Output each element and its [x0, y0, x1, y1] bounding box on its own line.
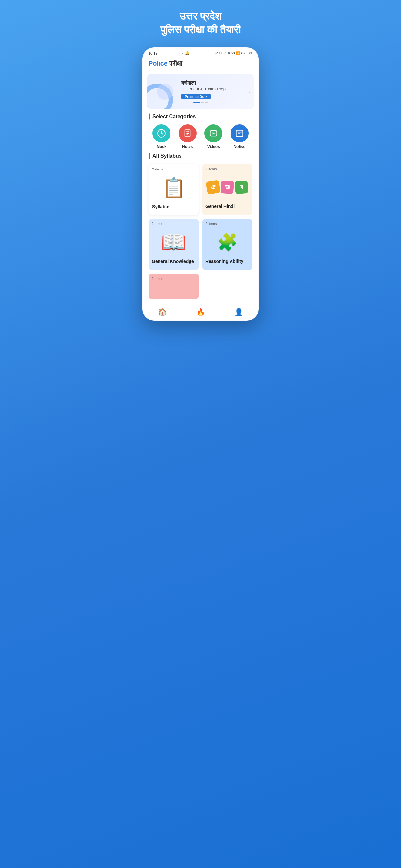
banner-subtitle: UP POLICE Exam Prep [181, 87, 249, 91]
notes-icon [183, 129, 192, 138]
categories-title: Select Categories [149, 113, 252, 120]
spacer [143, 299, 258, 305]
svg-marker-6 [213, 132, 215, 135]
phone-frame: 10:19 ○ 🔔 Vo1 1.89 KB/s 📶 4G 13% Police … [143, 48, 258, 321]
general-hindi-image: क ख ग [205, 173, 249, 202]
category-mock[interactable]: Mock [152, 124, 171, 149]
reasoning-illustration: 🧩 [217, 232, 238, 252]
notice-label: Notice [234, 144, 245, 149]
gk-illustration: 📖 [161, 230, 187, 254]
home-icon: 🏠 [158, 308, 167, 316]
categories-title-text: Select Categories [152, 114, 196, 120]
syllabus-title-text: All Syllabus [152, 153, 182, 159]
partial-card-row: 2 items [143, 274, 258, 299]
partial-card-items: 2 items [152, 277, 196, 281]
status-wifi-icon: 📶 [236, 51, 240, 55]
hindi-block-ka: क [206, 180, 220, 195]
hindi-blocks-illustration: क ख ग [207, 181, 248, 194]
notes-label: Notes [182, 144, 193, 149]
banner-text: वर्णमाला UP POLICE Exam Prep Practice Qu… [152, 80, 249, 99]
status-network: Vo1 1.89 KB/s [214, 51, 235, 55]
hindi-block-ga: ग [235, 181, 248, 194]
videos-label: Videos [207, 144, 220, 149]
status-bar: 10:19 ○ 🔔 Vo1 1.89 KB/s 📶 4G 13% [143, 49, 258, 57]
syllabus-image: 📋 [152, 173, 195, 202]
syllabus-section: All Syllabus [143, 153, 258, 159]
mock-icon-bg [152, 124, 171, 143]
bottom-nav: 🏠 🔥 👤 [143, 305, 258, 320]
status-time: 10:19 [149, 51, 158, 55]
notes-icon-bg [179, 124, 197, 143]
status-right: Vo1 1.89 KB/s 📶 4G 13% [214, 51, 252, 55]
status-battery: 13% [246, 51, 252, 55]
gk-title: General Knowledge [152, 259, 196, 264]
hindi-block-kha: ख [220, 181, 234, 194]
app-header: Police परीक्षा [143, 57, 258, 70]
reasoning-items-count: 2 items [205, 222, 249, 226]
general-knowledge-card[interactable]: 2 items 📖 General Knowledge [149, 219, 199, 270]
nav-trending[interactable]: 🔥 [181, 308, 220, 316]
categories-row: Mock Notes [149, 124, 252, 149]
category-notice[interactable]: Notice [230, 124, 249, 149]
banner-hindi-text: वर्णमाला [181, 80, 249, 86]
reasoning-image: 🧩 [205, 228, 249, 257]
status-bell-icon: 🔔 [185, 51, 189, 55]
syllabus-items-count: 2 items [152, 167, 195, 171]
status-alarm-icon: ○ [182, 51, 185, 55]
hero-title: उत्तर प्रदेश पुलिस परीक्षा की तैयारी [154, 6, 247, 40]
status-signal: 4G [241, 51, 245, 55]
promo-banner[interactable]: वर्णमाला UP POLICE Exam Prep Practice Qu… [147, 74, 254, 110]
outer-wrapper: उत्तर प्रदेश पुलिस परीक्षा की तैयारी 10:… [137, 6, 264, 321]
app-content: Police परीक्षा वर्णमाला UP POLICE Exam P… [143, 57, 258, 320]
clock-icon [157, 129, 166, 138]
syllabus-card[interactable]: 2 items 📋 Syllabus [149, 164, 199, 215]
categories-section: Select Categories Mock [143, 113, 258, 149]
general-hindi-items-count: 2 items [205, 167, 249, 171]
general-hindi-card[interactable]: 2 items क ख ग General Hindi [202, 164, 252, 215]
syllabus-grid: 2 items 📋 Syllabus 2 items क ख ग [143, 164, 258, 270]
partial-card[interactable]: 2 items [149, 274, 199, 299]
gk-items-count: 2 items [152, 222, 196, 226]
reasoning-card[interactable]: 2 items 🧩 Reasoning Ability [202, 219, 252, 270]
nav-profile[interactable]: 👤 [220, 308, 258, 316]
profile-icon: 👤 [235, 308, 243, 316]
logo-police: Police [149, 60, 167, 67]
app-logo: Police परीक्षा [149, 60, 252, 67]
category-videos[interactable]: Videos [204, 124, 222, 149]
nav-home[interactable]: 🏠 [143, 308, 181, 316]
banner-dot-active [193, 102, 200, 103]
mock-label: Mock [157, 144, 166, 149]
svg-rect-7 [236, 130, 243, 136]
category-notes[interactable]: Notes [179, 124, 197, 149]
syllabus-title-bar [149, 153, 150, 159]
banner-dot-2 [205, 102, 208, 103]
syllabus-illustration: 📋 [162, 176, 186, 199]
logo-hindi: परीक्षा [169, 60, 182, 67]
banner-dot-1 [201, 102, 204, 103]
notice-icon-bg [230, 124, 249, 143]
banner-badge: Practice Quiz [181, 94, 211, 99]
videos-icon-bg [204, 124, 222, 143]
video-icon [209, 129, 218, 138]
notice-icon [235, 129, 244, 138]
fire-icon: 🔥 [196, 308, 205, 316]
syllabus-title: All Syllabus [149, 153, 252, 159]
general-hindi-title: General Hindi [205, 204, 249, 209]
title-bar-decoration [149, 113, 150, 120]
syllabus-title-text: Syllabus [152, 204, 195, 209]
reasoning-title: Reasoning Ability [205, 259, 249, 264]
gk-image: 📖 [152, 228, 196, 257]
